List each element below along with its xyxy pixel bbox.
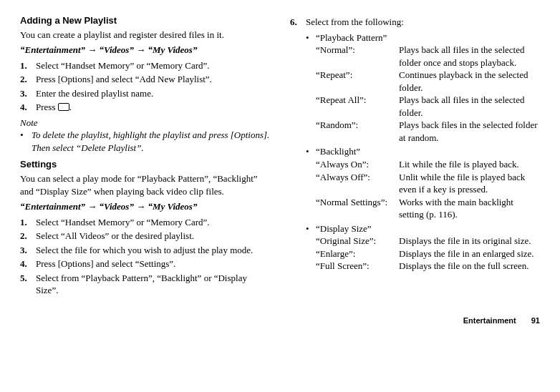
option-group-backlight: • “Backlight” “Always On”:Lit while the …	[306, 145, 540, 220]
heading-settings: Settings	[20, 158, 270, 171]
step-num: 5.	[20, 272, 36, 297]
step-text: Select “Handset Memory” or “Memory Card”…	[36, 216, 210, 229]
heading-add-playlist: Adding a New Playlist	[20, 14, 270, 27]
option-label: “Original Size”:	[316, 235, 399, 248]
step-text: Select from the following:	[306, 16, 404, 29]
step-text: Press .	[36, 101, 72, 114]
option-label: “Random”:	[316, 119, 399, 144]
steps-settings: 1.Select “Handset Memory” or “Memory Car…	[20, 216, 270, 297]
step-num: 1.	[20, 216, 36, 229]
note-heading: Note	[20, 117, 270, 129]
step-num: 1.	[20, 59, 36, 72]
option-label: “Normal Settings”:	[316, 196, 399, 221]
option-desc: Displays the file in an enlarged size.	[399, 248, 540, 260]
step-num: 3.	[20, 87, 36, 100]
group-title: “Playback Pattern”	[316, 31, 540, 44]
option-group-playback: • “Playback Pattern” “Normal”:Plays back…	[306, 31, 540, 144]
page-footer: Entertainment 91	[20, 315, 540, 326]
intro-text: You can create a playlist and register d…	[20, 29, 270, 41]
step-num: 2.	[20, 73, 36, 86]
option-label: “Enlarge”:	[316, 248, 399, 260]
step-num: 6.	[290, 16, 306, 29]
option-desc: Displays the file on the full screen.	[399, 260, 540, 273]
group-title: “Backlight”	[316, 145, 540, 158]
step-text: Select the file for which you wish to ad…	[36, 244, 253, 257]
step-text: Select “Handset Memory” or “Memory Card”…	[36, 59, 210, 72]
step-num: 3.	[20, 244, 36, 257]
settings-intro: You can select a play mode for “Playback…	[20, 172, 270, 197]
footer-page-number: 91	[531, 316, 540, 325]
footer-section: Entertainment	[463, 316, 516, 325]
key-icon	[58, 103, 69, 111]
step-num: 4.	[20, 101, 36, 114]
step-text: Enter the desired playlist name.	[36, 87, 153, 100]
option-desc: Works with the main backlight setting (p…	[399, 196, 540, 221]
option-label: “Normal”:	[316, 44, 399, 69]
right-column: 6.Select from the following: • “Playback…	[290, 14, 540, 300]
option-desc: Lit while the file is played back.	[399, 158, 540, 171]
option-desc: Plays back files in the selected folder …	[399, 119, 540, 144]
bullet-icon: •	[306, 145, 316, 220]
steps-add-playlist: 1.Select “Handset Memory” or “Memory Car…	[20, 59, 270, 114]
step-text: Select “All Videos” or the desired playl…	[36, 230, 194, 242]
option-label: “Always Off”:	[316, 171, 399, 196]
option-desc: Plays back all files in the selected fol…	[399, 94, 540, 119]
bullet-icon: •	[20, 129, 32, 154]
option-desc: Displays the file in its original size.	[399, 235, 540, 248]
step-text: Press [Options] and select “Settings”.	[36, 258, 175, 270]
nav-path-2: “Entertainment” → “Videos” → “My Videos”	[20, 200, 270, 213]
step-text: Select from “Playback Pattern”, “Backlig…	[36, 272, 270, 297]
left-column: Adding a New Playlist You can create a p…	[20, 14, 270, 300]
step-text: Press [Options] and select “Add New Play…	[36, 73, 212, 86]
bullet-icon: •	[306, 31, 316, 144]
option-label: “Always On”:	[316, 158, 399, 171]
option-label: “Full Screen”:	[316, 260, 399, 273]
step-num: 4.	[20, 258, 36, 270]
option-desc: Continues playback in the selected folde…	[399, 69, 540, 94]
option-desc: Unlit while the file is played back even…	[399, 171, 540, 196]
option-label: “Repeat All”:	[316, 94, 399, 119]
option-desc: Plays back all files in the selected fol…	[399, 44, 540, 69]
steps-continued: 6.Select from the following:	[290, 16, 540, 29]
bullet-icon: •	[306, 222, 316, 273]
option-group-display: • “Display Size” “Original Size”:Display…	[306, 222, 540, 273]
group-title: “Display Size”	[316, 222, 540, 235]
option-label: “Repeat”:	[316, 69, 399, 94]
nav-path-1: “Entertainment” → “Videos” → “My Videos”	[20, 44, 270, 57]
note-list: •To delete the playlist, highlight the p…	[20, 129, 270, 154]
note-text: To delete the playlist, highlight the pl…	[32, 129, 270, 154]
step-num: 2.	[20, 230, 36, 242]
